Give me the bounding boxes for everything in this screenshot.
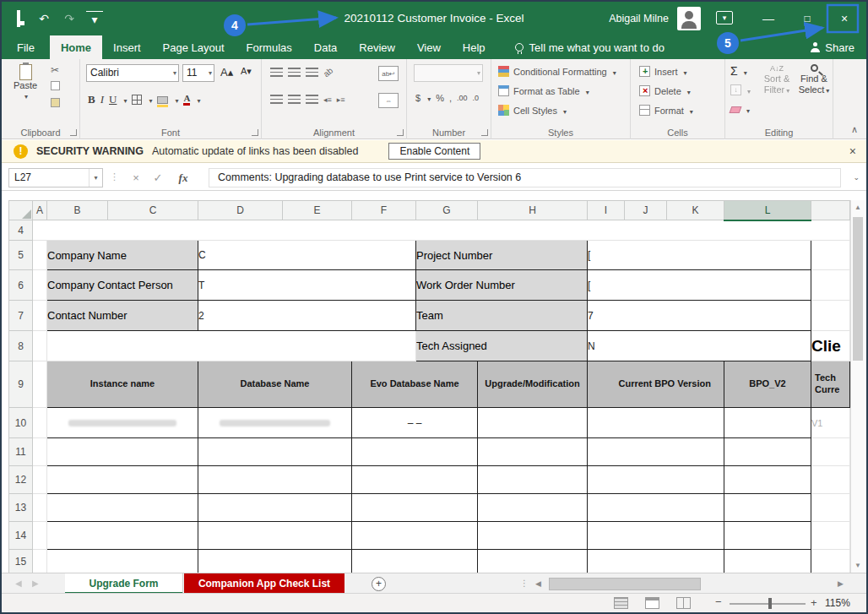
cell-contact-number-label[interactable]: Contact Number xyxy=(47,301,198,331)
copy-icon[interactable] xyxy=(51,81,60,90)
tab-home[interactable]: Home xyxy=(50,35,102,59)
vertical-scroll-thumb[interactable] xyxy=(853,217,863,361)
col-header[interactable]: K xyxy=(667,201,724,220)
normal-view-icon[interactable] xyxy=(614,597,628,609)
grid-cell[interactable] xyxy=(47,494,198,522)
expand-formula-bar-icon[interactable]: ⌄ xyxy=(853,173,860,182)
scroll-down-icon[interactable]: ▼ xyxy=(851,558,865,573)
collapse-ribbon-icon[interactable]: ∧ xyxy=(851,124,858,135)
format-cells-button[interactable]: Format xyxy=(639,105,693,116)
col-header[interactable]: C xyxy=(108,201,198,220)
grid-cell[interactable] xyxy=(811,241,850,270)
grid-cell[interactable] xyxy=(33,466,47,494)
grid-cell[interactable] xyxy=(352,522,478,550)
grid-cell[interactable] xyxy=(588,522,724,550)
grid-cell[interactable] xyxy=(724,522,811,550)
row-header[interactable]: 8 xyxy=(9,331,33,361)
grid-cell[interactable] xyxy=(478,408,588,438)
row-header[interactable]: 5 xyxy=(9,241,33,270)
col-header[interactable]: B xyxy=(47,201,108,220)
grid-cell[interactable] xyxy=(352,466,478,494)
name-box-caret-icon[interactable]: ▾ xyxy=(89,169,102,187)
tab-help[interactable]: Help xyxy=(452,35,496,59)
grid-cell[interactable] xyxy=(33,522,47,550)
zoom-slider-track[interactable] xyxy=(730,603,806,605)
font-color-icon[interactable]: A xyxy=(183,94,190,106)
col-header[interactable]: J xyxy=(625,201,667,220)
header-upgrade-modification[interactable]: Upgrade/Modification xyxy=(478,361,588,408)
find-select-button[interactable]: Find & Select xyxy=(796,64,832,95)
next-sheet-icon[interactable]: ▶ xyxy=(32,579,39,588)
header-partial-right[interactable]: Tech Curre xyxy=(811,361,850,408)
grid-cell[interactable] xyxy=(811,494,850,522)
vertical-scrollbar[interactable]: ▲ ▼ xyxy=(850,200,865,573)
col-header-partial[interactable] xyxy=(811,201,850,220)
align-center-icon[interactable] xyxy=(288,95,301,104)
cell-project-number-label[interactable]: Project Number xyxy=(416,241,588,270)
orientation-icon[interactable]: ab xyxy=(322,66,335,79)
align-right-icon[interactable] xyxy=(306,95,318,104)
grid-cell[interactable] xyxy=(198,466,352,494)
row-header[interactable]: 14 xyxy=(9,522,33,550)
grid-cell[interactable] xyxy=(588,550,724,573)
sheet-tab-companion-app[interactable]: Companion App Check List xyxy=(184,573,344,595)
cell-instance-redacted[interactable] xyxy=(47,408,198,438)
cell-project-number-value[interactable]: [ xyxy=(588,241,811,270)
grid-cell[interactable] xyxy=(33,331,47,361)
font-color-caret-icon[interactable] xyxy=(195,95,200,105)
align-top-icon[interactable] xyxy=(270,68,283,77)
fill-button[interactable]: ↓ xyxy=(730,84,751,95)
clear-button[interactable] xyxy=(730,105,750,115)
font-dialog-launcher[interactable] xyxy=(252,129,258,136)
grid-cell[interactable] xyxy=(724,408,811,438)
insert-cells-button[interactable]: Insert xyxy=(639,66,687,77)
grid-cell[interactable] xyxy=(352,494,478,522)
grid-cell[interactable] xyxy=(47,550,198,573)
minimize-button[interactable]: — xyxy=(753,2,784,35)
maximize-button[interactable]: □ xyxy=(792,2,822,35)
grid-cell[interactable] xyxy=(47,522,198,550)
borders-caret-icon[interactable] xyxy=(147,95,152,105)
align-bottom-icon[interactable] xyxy=(306,68,318,77)
row-header[interactable]: 12 xyxy=(9,466,33,494)
tab-review[interactable]: Review xyxy=(348,35,406,59)
grid-cell[interactable] xyxy=(478,466,588,494)
borders-icon[interactable] xyxy=(132,95,142,105)
page-layout-view-icon[interactable] xyxy=(645,597,659,609)
grid-cell[interactable] xyxy=(478,494,588,522)
col-header-selected[interactable]: L xyxy=(724,201,811,220)
row-header[interactable]: 4 xyxy=(9,220,33,241)
cell-team-value[interactable]: 7 xyxy=(588,301,811,331)
new-sheet-button[interactable]: + xyxy=(372,577,386,591)
grid-cell[interactable] xyxy=(478,522,588,550)
grid-cell[interactable] xyxy=(352,550,478,573)
grid-cell[interactable] xyxy=(811,466,850,494)
delete-cells-button[interactable]: Delete xyxy=(639,85,691,96)
cell-styles-button[interactable]: Cell Styles xyxy=(498,105,567,116)
signed-in-user[interactable]: Abigail Milne xyxy=(584,2,669,35)
autosum-button[interactable]: Σ xyxy=(730,64,747,78)
grid-cell[interactable] xyxy=(588,408,724,438)
format-as-table-button[interactable]: Format as Table xyxy=(498,85,589,96)
grid-cell[interactable] xyxy=(588,494,724,522)
grid-cell[interactable] xyxy=(33,408,47,438)
number-dialog-launcher[interactable] xyxy=(481,129,488,136)
alignment-dialog-launcher[interactable] xyxy=(397,129,404,136)
header-bpo-v2[interactable]: BPO_V2 xyxy=(724,361,811,408)
col-header[interactable]: G xyxy=(416,201,478,220)
col-header[interactable]: F xyxy=(352,201,416,220)
underline-button[interactable]: U xyxy=(109,93,117,106)
paste-button[interactable]: Paste xyxy=(7,64,44,101)
cut-icon[interactable]: ✂ xyxy=(51,64,59,76)
grid-cell[interactable] xyxy=(33,241,47,270)
conditional-formatting-button[interactable]: Conditional Formatting xyxy=(498,66,616,77)
sort-filter-button[interactable]: A↓Z Sort & Filter xyxy=(759,64,795,95)
accounting-caret-icon[interactable] xyxy=(426,93,431,103)
align-middle-icon[interactable] xyxy=(288,68,301,77)
grid-cell[interactable] xyxy=(352,438,478,466)
zoom-slider-thumb[interactable] xyxy=(768,598,772,609)
grid-cell[interactable] xyxy=(811,270,850,301)
cell-tech-assigned-value[interactable]: N xyxy=(588,331,811,361)
grid-cell[interactable] xyxy=(811,301,850,331)
security-bar-close-icon[interactable]: × xyxy=(849,144,856,158)
